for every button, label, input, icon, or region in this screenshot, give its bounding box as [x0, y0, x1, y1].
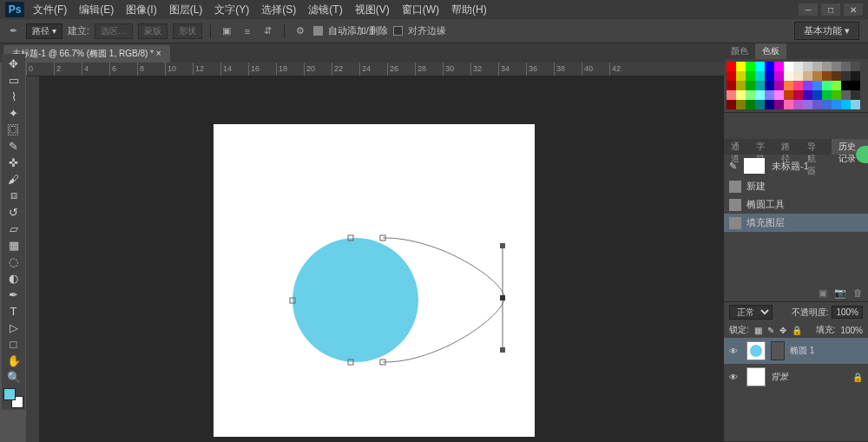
- wand-tool[interactable]: ✦: [3, 105, 23, 121]
- lock-move-icon[interactable]: ✥: [779, 326, 786, 335]
- swatch[interactable]: [822, 71, 832, 81]
- lasso-tool[interactable]: ⌇: [3, 89, 23, 104]
- swatch[interactable]: [822, 100, 832, 109]
- swatch[interactable]: [793, 71, 803, 81]
- menu-select[interactable]: 选择(S): [261, 3, 296, 17]
- build-mask-button[interactable]: 蒙版: [138, 23, 168, 39]
- opacity-input[interactable]: 100%: [832, 306, 863, 319]
- swatch[interactable]: [746, 100, 755, 109]
- swatch[interactable]: [755, 71, 765, 81]
- arrange-icon[interactable]: ⇵: [260, 23, 276, 39]
- pen-tool[interactable]: ✒: [3, 287, 23, 302]
- build-selection-button[interactable]: 选区…: [95, 23, 133, 39]
- marquee-tool[interactable]: ▭: [3, 72, 23, 88]
- swatch[interactable]: [784, 62, 793, 71]
- swatch[interactable]: [803, 100, 812, 109]
- swatch[interactable]: [736, 90, 746, 100]
- stamp-tool[interactable]: ⧈: [3, 188, 23, 203]
- ruler-horizontal[interactable]: 024681012141618202224262830323436384042: [26, 63, 724, 76]
- fill-input[interactable]: 100%: [840, 326, 863, 335]
- swatch[interactable]: [774, 71, 784, 81]
- lock-all-icon[interactable]: 🔒: [792, 326, 802, 335]
- swatch[interactable]: [774, 90, 784, 100]
- trash-icon[interactable]: 🗑: [853, 287, 863, 298]
- minimize-button[interactable]: ─: [799, 3, 818, 16]
- swatch[interactable]: [851, 62, 860, 71]
- workspace-switcher[interactable]: 基本功能 ▾: [794, 22, 859, 40]
- eyedropper-tool[interactable]: ✎: [3, 138, 23, 154]
- auto-add-checkbox[interactable]: [313, 26, 323, 36]
- swatch[interactable]: [755, 62, 765, 71]
- swatch[interactable]: [784, 100, 793, 109]
- ellipse-shape[interactable]: [293, 238, 418, 362]
- menu-file[interactable]: 文件(F): [33, 3, 67, 17]
- history-brush-tool[interactable]: ↺: [3, 204, 23, 220]
- build-shape-button[interactable]: 形状: [173, 23, 202, 39]
- swatch[interactable]: [793, 100, 803, 109]
- swatch[interactable]: [765, 100, 774, 109]
- path-op-icon[interactable]: ▣: [219, 23, 234, 39]
- swatch[interactable]: [765, 62, 774, 71]
- swatch[interactable]: [832, 90, 841, 100]
- swatch[interactable]: [803, 71, 812, 81]
- gradient-tool[interactable]: ▦: [3, 237, 23, 253]
- dodge-tool[interactable]: ◐: [3, 270, 23, 286]
- swatch[interactable]: [793, 81, 803, 90]
- swatch[interactable]: [727, 100, 736, 109]
- blur-tool[interactable]: ◌: [3, 254, 23, 269]
- swatch[interactable]: [765, 90, 774, 100]
- swatch[interactable]: [822, 90, 832, 100]
- close-button[interactable]: ✕: [844, 3, 863, 16]
- lock-brush-icon[interactable]: ✎: [767, 326, 774, 335]
- swatch[interactable]: [765, 71, 774, 81]
- swatch[interactable]: [784, 90, 793, 100]
- lock-pixels-icon[interactable]: ▦: [754, 326, 762, 335]
- swatch[interactable]: [832, 81, 841, 90]
- eraser-tool[interactable]: ▱: [3, 221, 23, 236]
- swatch[interactable]: [832, 100, 841, 109]
- swatch[interactable]: [736, 81, 746, 90]
- service-badge-icon[interactable]: [856, 146, 868, 163]
- swatch[interactable]: [746, 62, 755, 71]
- swatch[interactable]: [841, 90, 851, 100]
- swatch[interactable]: [774, 81, 784, 90]
- swatch[interactable]: [727, 90, 736, 100]
- menu-layer[interactable]: 图层(L): [169, 3, 203, 17]
- swatch[interactable]: [832, 71, 841, 81]
- swatch[interactable]: [774, 100, 784, 109]
- swatch[interactable]: [832, 62, 841, 71]
- swatch[interactable]: [746, 71, 755, 81]
- layer-name[interactable]: 椭圆 1: [790, 345, 814, 357]
- align-icon[interactable]: ≡: [240, 23, 255, 39]
- tab-swatches[interactable]: 色板: [755, 43, 786, 59]
- move-tool[interactable]: ✥: [3, 56, 23, 71]
- swatch[interactable]: [803, 81, 812, 90]
- document-tab[interactable]: 未标题-1 @ 66.7% (椭圆 1, RGB/8) * ×: [3, 45, 170, 63]
- swatch[interactable]: [812, 62, 822, 71]
- swatch[interactable]: [793, 90, 803, 100]
- swatch[interactable]: [774, 62, 784, 71]
- gear-icon[interactable]: ⚙: [293, 23, 308, 39]
- tab-character[interactable]: 字符: [749, 139, 774, 155]
- hand-tool[interactable]: ✋: [3, 353, 23, 368]
- swatch[interactable]: [793, 62, 803, 71]
- swatch[interactable]: [746, 81, 755, 90]
- layer-row[interactable]: 👁 椭圆 1: [724, 338, 868, 364]
- document-canvas[interactable]: [214, 124, 535, 437]
- swatch[interactable]: [841, 62, 851, 71]
- swatch[interactable]: [803, 90, 812, 100]
- ruler-vertical[interactable]: [26, 76, 40, 442]
- menu-window[interactable]: 窗口(W): [402, 3, 439, 17]
- swatch[interactable]: [784, 81, 793, 90]
- layer-thumb[interactable]: [746, 341, 766, 360]
- swatch[interactable]: [841, 100, 851, 109]
- history-item[interactable]: 椭圆工具: [724, 195, 868, 214]
- swatch[interactable]: [841, 81, 851, 90]
- shape-tool[interactable]: □: [3, 336, 23, 352]
- fg-color-swatch[interactable]: [3, 388, 16, 400]
- swatch[interactable]: [784, 71, 793, 81]
- history-item[interactable]: 新建: [724, 177, 868, 195]
- swatch[interactable]: [812, 90, 822, 100]
- swatch[interactable]: [727, 71, 736, 81]
- canvas-area[interactable]: [40, 76, 724, 442]
